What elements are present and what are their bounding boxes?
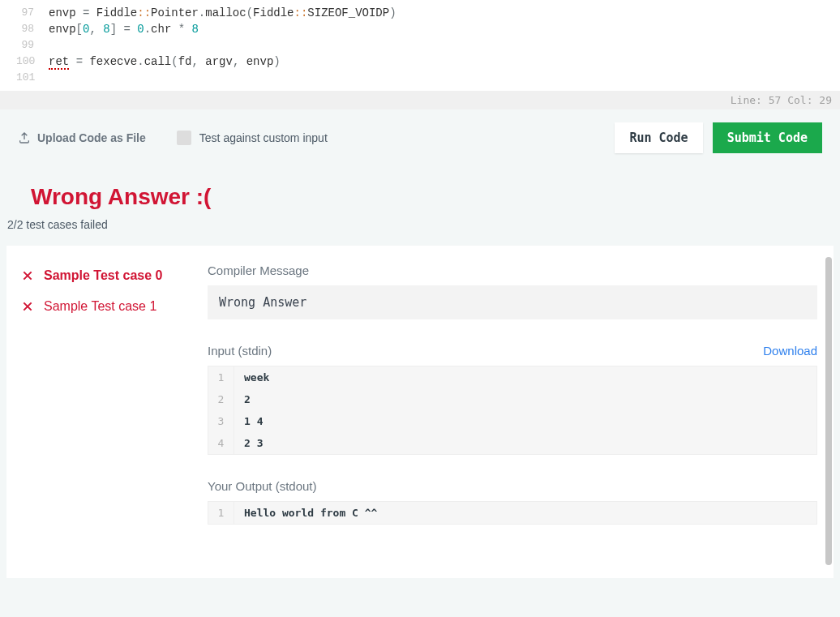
code-line[interactable]: 98envp[0, 8] = 0.chr * 8: [16, 21, 840, 37]
io-line-number: 1: [208, 366, 234, 388]
io-row: 1week: [208, 366, 816, 388]
result-header: Wrong Answer :(: [0, 166, 840, 218]
compiler-message-label: Compiler Message: [208, 264, 817, 277]
io-line-number: 4: [208, 432, 234, 454]
fail-icon: [21, 300, 34, 313]
input-label: Input (stdin): [208, 344, 272, 358]
upload-label: Upload Code as File: [37, 131, 146, 144]
custom-input-toggle[interactable]: Test against custom input: [177, 131, 328, 145]
io-line-number: 1: [208, 502, 234, 524]
io-text: 1 4: [234, 410, 272, 432]
actions-bar: Upload Code as File Test against custom …: [0, 109, 840, 166]
output-label: Your Output (stdout): [208, 479, 817, 493]
output-box: 1Hello world from C ^^: [208, 501, 817, 525]
code-line[interactable]: 101: [16, 70, 840, 86]
upload-code-button[interactable]: Upload Code as File: [18, 131, 146, 144]
io-row: 22: [208, 388, 816, 410]
editor-status-bar: Line: 57 Col: 29: [0, 91, 840, 109]
code-line[interactable]: 99: [16, 37, 840, 54]
io-row: 1Hello world from C ^^: [208, 502, 816, 524]
upload-icon: [18, 131, 31, 144]
io-line-number: 3: [208, 410, 234, 432]
line-number: 98: [16, 21, 49, 37]
run-code-button[interactable]: Run Code: [615, 122, 702, 153]
line-number: 97: [16, 5, 49, 21]
code-text[interactable]: [49, 70, 55, 86]
io-text: Hello world from C ^^: [234, 502, 387, 524]
input-box: 1week2231 442 3: [208, 366, 817, 455]
io-line-number: 2: [208, 388, 234, 410]
io-text: 2 3: [234, 432, 272, 454]
result-summary: 2/2 test cases failed: [0, 218, 840, 246]
io-row: 42 3: [208, 432, 816, 454]
result-title: Wrong Answer :(: [31, 184, 816, 210]
testcase-item[interactable]: Sample Test case 0: [18, 260, 190, 291]
code-text[interactable]: ret = fexecve.call(fd, argv, envp): [49, 54, 281, 70]
testcase-label: Sample Test case 1: [44, 299, 156, 314]
custom-input-label: Test against custom input: [199, 131, 328, 144]
line-number: 99: [16, 37, 49, 54]
checkbox-icon: [177, 131, 191, 145]
result-detail: Compiler Message Wrong Answer Input (std…: [201, 246, 834, 578]
line-number: 100: [16, 54, 49, 70]
code-line[interactable]: 100ret = fexecve.call(fd, argv, envp): [16, 54, 840, 70]
testcase-label: Sample Test case 0: [44, 268, 162, 283]
scrollbar[interactable]: [825, 257, 832, 565]
compiler-message: Wrong Answer: [208, 285, 817, 319]
io-text: 2: [234, 388, 260, 410]
testcase-item[interactable]: Sample Test case 1: [18, 291, 190, 322]
fail-icon: [21, 269, 34, 282]
testcase-list: Sample Test case 0Sample Test case 1: [6, 246, 201, 578]
result-panel: Sample Test case 0Sample Test case 1 Com…: [6, 246, 834, 578]
code-editor[interactable]: 97envp = Fiddle::Pointer.malloc(Fiddle::…: [0, 0, 840, 91]
code-line[interactable]: 97envp = Fiddle::Pointer.malloc(Fiddle::…: [16, 5, 840, 21]
code-text[interactable]: [49, 37, 55, 54]
submit-code-button[interactable]: Submit Code: [713, 122, 822, 153]
code-text[interactable]: envp = Fiddle::Pointer.malloc(Fiddle::SI…: [49, 5, 396, 21]
code-text[interactable]: envp[0, 8] = 0.chr * 8: [49, 21, 199, 37]
io-text: week: [234, 366, 279, 388]
line-number: 101: [16, 70, 49, 86]
io-row: 31 4: [208, 410, 816, 432]
download-link[interactable]: Download: [763, 344, 817, 358]
